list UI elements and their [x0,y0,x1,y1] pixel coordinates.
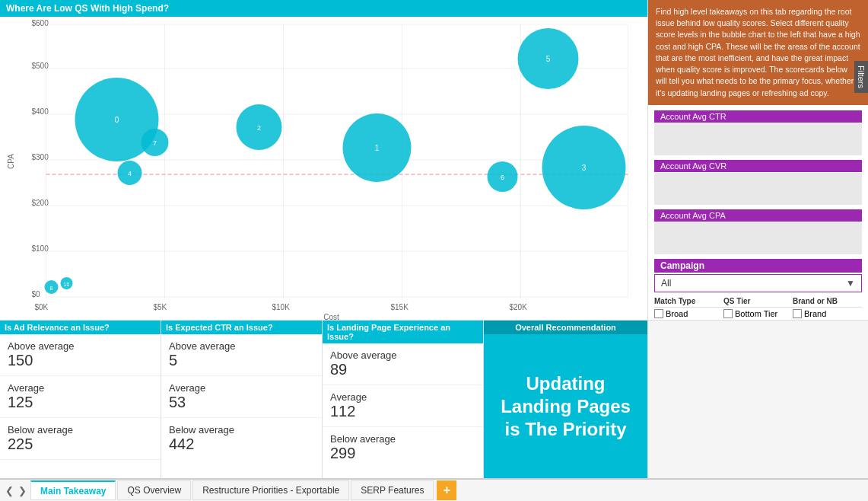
svg-text:$5K: $5K [154,303,167,311]
tab-add-button[interactable]: + [437,480,456,500]
landing-page-above: Above average 89 [323,343,483,385]
panel-group: Is Ad Relevance an Issue? Above average … [0,321,647,478]
svg-text:Cost: Cost [323,313,339,320]
svg-text:1: 1 [375,144,380,152]
ad-relevance-panel: Is Ad Relevance an Issue? Above average … [0,321,161,478]
brand-checkbox[interactable] [793,309,802,318]
lp-above-label: Above average [330,349,475,361]
lp-below-value: 299 [330,445,475,462]
svg-text:$10K: $10K [272,303,291,311]
ad-relevance-below-label: Below average [8,424,153,436]
ctr-average-label: Average [169,382,314,394]
ctr-above-value: 5 [169,352,314,369]
ctr-below-label: Below average [169,424,314,436]
lp-below-label: Below average [330,433,475,445]
filters-tab[interactable]: Filters [854,61,868,93]
scorecard-cpa-title: Account Avg CPA [654,209,862,222]
svg-text:$0: $0 [32,290,41,298]
scorecards-container: Account Avg CTR Account Avg CVR Account … [648,105,868,320]
ad-relevance-above-label: Above average [8,340,153,352]
svg-text:$20K: $20K [510,303,528,311]
svg-text:$100: $100 [32,244,49,253]
chevron-down-icon: ▼ [846,278,855,289]
right-panel: Filters Find high level takeaways on thi… [647,0,868,320]
bottom-tier-checkbox[interactable] [723,309,733,318]
svg-text:$500: $500 [32,62,49,70]
ctr-average-value: 53 [169,394,314,411]
chart-section: Where Are Low QS With High Spend? $600 $… [0,0,647,320]
ad-relevance-above: Above average 150 [0,334,161,376]
svg-text:$600: $600 [32,19,49,27]
top-section: Where Are Low QS With High Spend? $600 $… [0,0,868,320]
recommendation-header: Overall Recommendation [484,321,647,334]
campaign-dropdown[interactable]: All ▼ [654,274,862,292]
recommendation-text: Updating Landing Pages is The Priority [484,365,647,448]
ad-relevance-average: Average 125 [0,376,161,418]
svg-text:$0K: $0K [35,303,49,311]
ctr-below-value: 442 [169,436,314,453]
brand-label: Brand [804,309,826,318]
landing-page-average: Average 112 [323,385,483,427]
expected-ctr-title: Is Expected CTR an Issue? [161,321,322,334]
ad-relevance-average-value: 125 [8,394,153,411]
brand-nb-header: Brand or NB [793,297,862,305]
svg-text:8: 8 [50,286,53,291]
bottom-section: Is Ad Relevance an Issue? Above average … [0,320,868,478]
expected-ctr-below: Below average 442 [161,418,322,459]
campaign-section: Campaign All ▼ [654,259,862,292]
tab-next-button[interactable]: ❯ [16,485,29,496]
svg-text:$200: $200 [32,199,49,207]
campaign-value: All [661,278,671,289]
tab-main-takeaway[interactable]: Main Takeaway [30,480,116,500]
lp-average-label: Average [330,391,475,403]
ctr-above-label: Above average [169,340,314,352]
svg-text:$400: $400 [32,107,49,116]
svg-text:4: 4 [128,170,132,177]
svg-text:$300: $300 [32,153,49,161]
tab-qs-overview[interactable]: QS Overview [117,480,191,500]
broad-checkbox[interactable] [654,309,663,318]
svg-text:10: 10 [64,282,70,287]
main-container: Where Are Low QS With High Spend? $600 $… [0,0,868,501]
layout: Where Are Low QS With High Spend? $600 $… [0,0,868,478]
svg-text:$15K: $15K [391,303,409,311]
svg-text:CPA: CPA [7,154,15,169]
tabs-bar: ❮ ❯ Main Takeaway QS Overview Restructur… [0,478,868,501]
ad-relevance-average-label: Average [8,382,153,394]
chart-title: Where Are Low QS With High Spend? [0,0,647,17]
ad-relevance-above-value: 150 [8,352,153,369]
recommendation-body: Updating Landing Pages is The Priority [484,334,647,478]
campaign-label: Campaign [654,259,862,273]
tab-serp-features[interactable]: SERP Features [351,480,434,500]
match-type-header: Match Type [654,297,723,305]
lp-average-value: 112 [330,403,475,420]
ad-relevance-below: Below average 225 [0,418,161,460]
svg-text:5: 5 [546,55,551,63]
svg-text:2: 2 [257,124,261,132]
broad-label: Broad [666,309,688,318]
bottom-right-placeholder [647,321,868,478]
scorecard-ctr-value [654,123,862,155]
svg-text:7: 7 [153,139,157,147]
qs-tier-header: QS Tier [723,297,793,305]
info-box: Find high level takeaways on this tab re… [648,0,868,105]
bottom-tier-label: Bottom Tier [735,309,777,318]
tab-prev-button[interactable]: ❮ [3,485,16,496]
landing-page-below: Below average 299 [323,427,483,468]
landing-page-panel: Is Landing Page Experience an Issue? Abo… [323,321,484,478]
scorecard-cvr-value [654,173,862,205]
ad-relevance-title: Is Ad Relevance an Issue? [0,321,161,334]
lp-above-value: 89 [330,361,475,378]
scorecard-cvr: Account Avg CVR [654,160,862,205]
scorecard-cpa-value [654,222,862,254]
recommendation-panel: Overall Recommendation Updating Landing … [484,321,647,478]
bubble-chart[interactable]: $600 $500 $400 $300 $200 $100 $0 CPA [0,17,647,320]
match-type-section: Match Type QS Tier Brand or NB Broad [654,297,862,320]
tab-restructure[interactable]: Restructure Priorities - Exportable [192,480,349,500]
expected-ctr-average: Average 53 [161,376,322,418]
scorecard-cpa: Account Avg CPA [654,209,862,254]
svg-text:0: 0 [115,116,119,124]
expected-ctr-panel: Is Expected CTR an Issue? Above average … [161,321,323,478]
landing-page-title: Is Landing Page Experience an Issue? [323,321,483,343]
expected-ctr-above: Above average 5 [161,334,322,376]
